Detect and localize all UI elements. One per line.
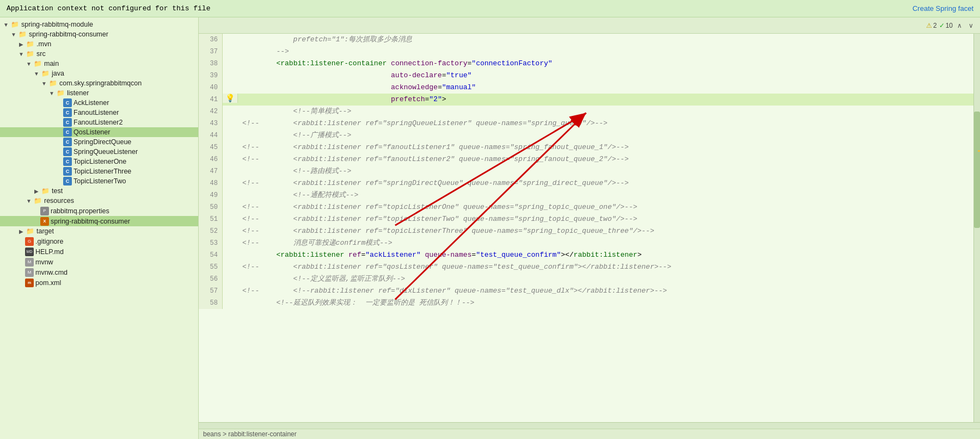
- sidebar-item-target[interactable]: ▶📁target: [0, 226, 198, 236]
- tree-arrow-mvn[interactable]: ▶: [17, 41, 25, 47]
- md-icon-HELP.md: MD: [25, 247, 35, 256]
- tree-arrow-listener[interactable]: ▼: [48, 90, 56, 96]
- sidebar-label-pom.xml: pom.xml: [35, 279, 61, 287]
- main-layout: ▼📁spring-rabbitmq-module▼📁spring-rabbitm…: [0, 17, 980, 439]
- line-number-43: 43: [199, 118, 223, 129]
- line-number-55: 55: [199, 261, 223, 273]
- code-line-53: 53<!-- 消息可靠投递confirm模式-->: [199, 237, 973, 249]
- sidebar-item-spring-rabbitmq-consumer-xml[interactable]: Xspring-rabbitmq-consumer: [0, 216, 198, 226]
- sidebar-label-spring-rabbitmq-module: spring-rabbitmq-module: [21, 21, 93, 28]
- java-icon-TopicListenerTwo: C: [63, 177, 74, 186]
- sidebar-item-com.sky[interactable]: ▼📁com.sky.springrabbitmqcon: [0, 78, 198, 88]
- folder-icon-java: 📁: [40, 69, 52, 78]
- sidebar-item-TopicListenerThree[interactable]: CTopicListenerThree: [0, 166, 198, 176]
- sidebar-item-listener[interactable]: ▼📁listener: [0, 88, 198, 98]
- code-line-40: 40 acknowledge="manual": [199, 82, 973, 94]
- scroll-down-button[interactable]: ∨: [966, 21, 976, 30]
- line-content-40: acknowledge="manual": [238, 82, 973, 94]
- sidebar-item-java[interactable]: ▼📁java: [0, 69, 198, 78]
- code-line-39: 39 auto-declare="true": [199, 70, 973, 82]
- sidebar-item-TopicListenerTwo[interactable]: CTopicListenerTwo: [0, 176, 198, 186]
- sidebar-item-SpringQueueListener[interactable]: CSpringQueueListener: [0, 147, 198, 157]
- sidebar-item-spring-rabbitmq-consumer[interactable]: ▼📁spring-rabbitmq-consumer: [0, 29, 198, 39]
- sidebar-item-rabbitmq.properties[interactable]: Prabbitmq.properties: [0, 206, 198, 216]
- sidebar-item-main[interactable]: ▼📁main: [0, 59, 198, 69]
- sidebar-label-main: main: [44, 60, 59, 67]
- line-content-57: <!-- <!--rabbit:listener ref="dlxListene…: [238, 285, 973, 297]
- tree-arrow-test[interactable]: ▶: [33, 188, 40, 194]
- sidebar-item-TopicListenerOne[interactable]: CTopicListenerOne: [0, 157, 198, 166]
- code-line-58: 58 <!--延迟队列效果实现： 一定要监听的是 死信队列！！-->: [199, 297, 973, 309]
- sidebar-label-AckListener: AckListener: [74, 99, 109, 107]
- code-editor[interactable]: 36 prefetch="1":每次抓取多少条消息37 -->38 <rabbi…: [199, 34, 973, 422]
- line-number-42: 42: [199, 106, 223, 118]
- sidebar-item-resources[interactable]: ▼📁resources: [0, 196, 198, 206]
- sidebar-item-mvn[interactable]: ▶📁.mvn: [0, 39, 198, 49]
- code-line-44: 44 <!--广播模式-->: [199, 129, 973, 141]
- tree-arrow-java[interactable]: ▼: [33, 71, 40, 77]
- sidebar-item-mvnw.cmd[interactable]: Mmvnw.cmd: [0, 267, 198, 277]
- sidebar-item-mvnw[interactable]: Mmvnw: [0, 257, 198, 267]
- line-gutter-41: 💡: [223, 94, 238, 103]
- folder-icon-target: 📁: [25, 227, 36, 236]
- line-content-48: <!-- <rabbit:listener ref="springDirectQ…: [238, 177, 973, 189]
- sidebar-label-mvnw: mvnw: [35, 258, 53, 266]
- line-number-36: 36: [199, 34, 223, 46]
- code-line-54: 54 <rabbit:listener ref="ackListener" qu…: [199, 249, 973, 261]
- sidebar-item-AckListener[interactable]: CAckListener: [0, 98, 198, 108]
- line-content-38: <rabbit:listener-container connection-fa…: [238, 58, 973, 70]
- java-icon-TopicListenerOne: C: [63, 157, 74, 166]
- sidebar-label-mvnw.cmd: mvnw.cmd: [35, 269, 68, 276]
- tree-arrow-spring-rabbitmq-consumer[interactable]: ▼: [10, 32, 17, 38]
- tree-arrow-spring-rabbitmq-module[interactable]: ▼: [2, 22, 10, 28]
- scroll-up-button[interactable]: ∧: [955, 21, 964, 30]
- tree-arrow-target[interactable]: ▶: [17, 228, 25, 234]
- folder-icon-test: 📁: [40, 187, 52, 195]
- sidebar-item-SpringDirectQueue[interactable]: CSpringDirectQueue: [0, 137, 198, 147]
- line-number-56: 56: [199, 273, 223, 285]
- tree-arrow-com.sky[interactable]: ▼: [40, 81, 48, 86]
- gutter-icon-41[interactable]: 💡: [225, 94, 235, 103]
- sidebar-label-com.sky: com.sky.springrabbitmqcon: [59, 79, 142, 87]
- folder-icon-main: 📁: [33, 59, 44, 68]
- line-content-37: -->: [238, 46, 973, 58]
- line-content-46: <!-- <rabbit:listener ref="fanoutListene…: [238, 153, 973, 165]
- line-content-56: <!--定义监听器,监听正常队列-->: [238, 273, 973, 285]
- sidebar-item-QosListener[interactable]: CQosListener: [0, 127, 198, 137]
- sidebar-item-gitignore[interactable]: G.gitignore: [0, 236, 198, 246]
- sidebar-label-FanoutListener2: FanoutListener2: [74, 119, 122, 126]
- vertical-scrollbar[interactable]: [973, 34, 980, 422]
- code-line-45: 45<!-- <rabbit:listener ref="fanoutListe…: [199, 141, 973, 153]
- sidebar-label-HELP.md: HELP.md: [35, 248, 64, 256]
- code-line-46: 46<!-- <rabbit:listener ref="fanoutListe…: [199, 153, 973, 165]
- sidebar-item-test[interactable]: ▶📁test: [0, 186, 198, 196]
- tree-arrow-resources[interactable]: ▼: [25, 198, 33, 204]
- line-content-43: <!-- <rabbit:listener ref="springQueueLi…: [238, 118, 973, 129]
- tree-arrow-main[interactable]: ▼: [25, 61, 33, 67]
- tree-arrow-src[interactable]: ▼: [17, 51, 25, 57]
- mvnw-icon-mvnw: M: [25, 257, 35, 267]
- line-content-41: prefetch="2">: [238, 94, 973, 106]
- sidebar-item-FanoutListener2[interactable]: CFanoutListener2: [0, 118, 198, 127]
- sidebar-item-FanoutListener[interactable]: CFanoutListener: [0, 108, 198, 118]
- sidebar-item-HELP.md[interactable]: MDHELP.md: [0, 246, 198, 257]
- line-number-48: 48: [199, 177, 223, 189]
- sidebar-label-FanoutListener: FanoutListener: [74, 109, 119, 116]
- java-icon-SpringQueueListener: C: [63, 147, 74, 156]
- code-line-43: 43<!-- <rabbit:listener ref="springQueue…: [199, 118, 973, 129]
- code-line-57: 57<!-- <!--rabbit:listener ref="dlxListe…: [199, 285, 973, 297]
- context-message: Application context not configured for t…: [7, 4, 210, 13]
- horizontal-scrollbar[interactable]: [199, 422, 980, 429]
- warning-icon: ⚠: [926, 22, 932, 29]
- java-icon-SpringDirectQueue: C: [63, 138, 74, 146]
- sidebar-label-java: java: [52, 70, 64, 77]
- sidebar-item-src[interactable]: ▼📁src: [0, 49, 198, 59]
- sidebar-item-pom.xml[interactable]: mpom.xml: [0, 277, 198, 288]
- sidebar-item-spring-rabbitmq-module[interactable]: ▼📁spring-rabbitmq-module: [0, 20, 198, 29]
- line-number-41: 41: [199, 94, 223, 106]
- sidebar-label-QosListener: QosListener: [74, 128, 110, 136]
- scrollbar-thumb[interactable]: [974, 112, 980, 228]
- check-icon: ✓: [939, 22, 945, 29]
- sidebar-label-src: src: [36, 50, 46, 58]
- create-spring-facet-link[interactable]: Create Spring facet: [912, 4, 973, 13]
